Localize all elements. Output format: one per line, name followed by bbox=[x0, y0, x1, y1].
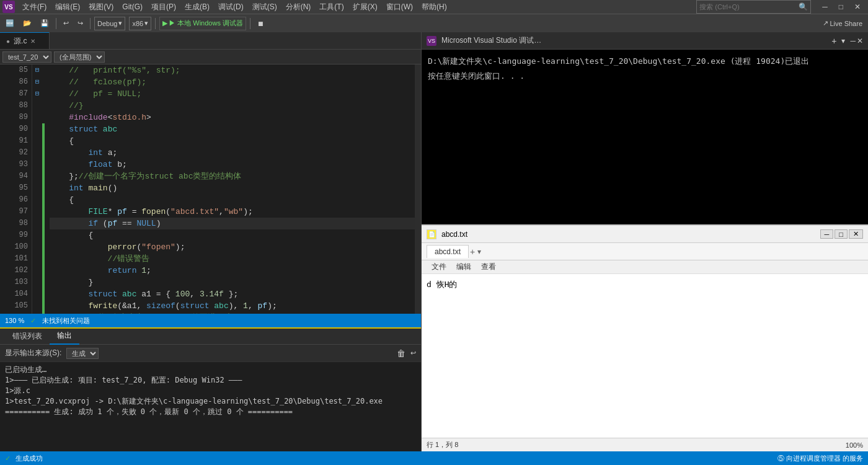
output-content: 已启动生成… 1>——— 已启动生成: 项目: test_7_20, 配置: D… bbox=[0, 362, 421, 451]
debug-title-bar: VS Microsoft Visual Studio 调试… + ▾ ─ ✕ bbox=[422, 32, 868, 50]
menu-item-git[interactable]: Git(G) bbox=[118, 1, 146, 12]
menu-item-debug[interactable]: 调试(D) bbox=[215, 1, 247, 14]
tab-dirty-icon: ● bbox=[6, 38, 10, 45]
editor-tab-bar: ● 源.c ✕ bbox=[0, 32, 421, 50]
notepad-tab-add-btn[interactable]: + bbox=[470, 247, 475, 257]
notepad-tab-chevron[interactable]: ▾ bbox=[477, 247, 481, 256]
tab-output[interactable]: 输出 bbox=[50, 328, 79, 345]
output-tab-bar: 错误列表 输出 bbox=[0, 329, 421, 345]
notepad-maximize-btn[interactable]: □ bbox=[835, 229, 848, 239]
notepad-status-bar: 行 1，列 8 100% bbox=[422, 438, 868, 451]
code-editor[interactable]: 8586878889 9091929394 9596979899 1001011… bbox=[0, 64, 421, 314]
toolbar-save[interactable]: 💾 bbox=[37, 17, 52, 30]
tab-filename: 源.c bbox=[14, 36, 27, 46]
output-toolbar: 显示输出来源(S): 生成 🗑 ↩ bbox=[0, 345, 421, 362]
output-source-label: 显示输出来源(S): bbox=[5, 348, 61, 358]
toolbar-redo[interactable]: ↪ bbox=[74, 17, 86, 30]
output-line-5: ========== 生成: 成功 1 个，失败 0 个，最新 0 个，跳过 0… bbox=[5, 407, 416, 417]
output-clear-btn[interactable]: 🗑 bbox=[397, 348, 405, 358]
notepad-tab-file[interactable]: abcd.txt bbox=[427, 245, 469, 258]
menu-item-view[interactable]: 视图(V) bbox=[85, 1, 117, 14]
output-line-2: 1>——— 已启动生成: 项目: test_7_20, 配置: Debug Wi… bbox=[5, 375, 416, 386]
debug-tab-add[interactable]: + bbox=[831, 36, 836, 46]
debug-window-controls: ─ ✕ bbox=[850, 37, 863, 45]
run-button[interactable]: ▶ ▶ 本地 Windows 调试器 bbox=[159, 17, 246, 30]
build-success-icon: ✓ bbox=[5, 454, 11, 463]
debug-minimize-btn[interactable]: ─ bbox=[850, 37, 856, 45]
status-check-icon: ✓ bbox=[30, 317, 36, 325]
chevron-down-icon: ▾ bbox=[118, 19, 122, 27]
window-minimize[interactable]: ─ bbox=[817, 2, 833, 11]
menu-item-edit[interactable]: 编辑(E) bbox=[51, 1, 84, 14]
notepad-window-controls: ─ □ ✕ bbox=[820, 229, 863, 239]
chevron-down-icon-2: ▾ bbox=[144, 19, 148, 27]
output-wrap-btn[interactable]: ↩ bbox=[410, 349, 416, 357]
toolbar-sep-1 bbox=[56, 18, 56, 29]
menu-item-build[interactable]: 生成(B) bbox=[181, 1, 213, 14]
output-line-1: 已启动生成… bbox=[5, 365, 416, 375]
scope-selector-right[interactable]: (全局范围) bbox=[54, 51, 105, 63]
selector-bar: test_7_20 (全局范围) bbox=[0, 50, 421, 64]
toolbar-undo[interactable]: ↩ bbox=[60, 17, 72, 30]
window-close[interactable]: ✕ bbox=[849, 2, 866, 11]
editor-tab-source[interactable]: ● 源.c ✕ bbox=[0, 32, 50, 49]
notepad-menu-edit[interactable]: 编辑 bbox=[451, 260, 476, 273]
platform-dropdown[interactable]: x86 ▾ bbox=[129, 17, 151, 30]
menu-item-test[interactable]: 测试(S) bbox=[249, 1, 281, 14]
notepad-content[interactable]: d 恢H的 bbox=[422, 274, 868, 438]
menu-item-analyze[interactable]: 分析(N) bbox=[282, 1, 315, 14]
config-dropdown[interactable]: Debug ▾ bbox=[94, 17, 125, 30]
notepad-title-bar: 📄 abcd.txt ─ □ ✕ bbox=[422, 226, 868, 243]
menu-item-tools[interactable]: 工具(T) bbox=[316, 1, 347, 14]
notepad-close-btn[interactable]: ✕ bbox=[849, 229, 863, 239]
toolbar-new[interactable]: 🆕 bbox=[2, 17, 17, 30]
notepad-menu: 文件 编辑 查看 bbox=[422, 260, 868, 274]
zoom-level: 130 % bbox=[5, 317, 24, 324]
toolbar-open[interactable]: 📂 bbox=[20, 17, 35, 30]
code-lines[interactable]: // printf("%s", str); // fclose(pf); // … bbox=[45, 64, 415, 314]
output-source-select[interactable]: 生成 bbox=[66, 348, 99, 359]
scope-selector-left[interactable]: test_7_20 bbox=[2, 51, 51, 63]
toolbar-sep-2 bbox=[90, 18, 91, 29]
build-success-text: 生成成功 bbox=[16, 454, 43, 463]
menu-item-help[interactable]: 帮助(H) bbox=[418, 1, 451, 14]
toolbar-stop[interactable]: ⏹ bbox=[254, 17, 267, 30]
toolbar: 🆕 📂 💾 ↩ ↪ Debug ▾ x86 ▾ ▶ ▶ 本地 Windows 调… bbox=[0, 14, 868, 32]
debug-close-btn[interactable]: ✕ bbox=[857, 37, 863, 45]
notepad-minimize-btn[interactable]: ─ bbox=[820, 229, 834, 239]
tab-errors[interactable]: 错误列表 bbox=[5, 329, 50, 344]
toolbar-sep-4 bbox=[250, 18, 250, 29]
process-info: ⑤ 向进程调度管理器 的服务 bbox=[777, 454, 863, 463]
code-collapse-indicators: ⊟ ⊟⊟ bbox=[32, 64, 42, 314]
app-logo: VS bbox=[2, 1, 15, 13]
notepad-title: abcd.txt bbox=[441, 230, 815, 239]
editor-status-bar: 130 % ✓ 未找到相关问题 bbox=[0, 314, 421, 327]
notepad-text: d 恢H的 bbox=[427, 280, 457, 289]
output-line-4: 1>test_7_20.vcxproj -> D:\新建文件夹\c-langua… bbox=[5, 396, 416, 407]
code-scrollbar[interactable] bbox=[415, 64, 421, 314]
debug-msg-line: 按任意键关闭此窗口. . . bbox=[428, 71, 862, 82]
debug-path-line: D:\新建文件夹\c-language-learning\test_7_20\D… bbox=[428, 56, 862, 67]
debug-icon: VS bbox=[427, 36, 436, 46]
menu-item-project[interactable]: 项目(P) bbox=[148, 1, 180, 14]
debug-console: VS Microsoft Visual Studio 调试… + ▾ ─ ✕ D… bbox=[422, 32, 868, 224]
notepad-menu-view[interactable]: 查看 bbox=[476, 260, 501, 273]
output-panel: 错误列表 输出 显示输出来源(S): 生成 🗑 ↩ 已启动生成… 1>——— 已… bbox=[0, 327, 421, 451]
menu-item-window[interactable]: 窗口(W) bbox=[383, 1, 417, 14]
debug-title-text: Microsoft Visual Studio 调试… bbox=[441, 35, 826, 46]
menu-bar: VS 文件(F) 编辑(E) 视图(V) Git(G) 项目(P) 生成(B) … bbox=[0, 0, 868, 14]
search-box[interactable]: 🔍 bbox=[696, 0, 811, 14]
toolbar-sep-3 bbox=[155, 18, 156, 29]
tab-close-btn[interactable]: ✕ bbox=[30, 38, 35, 45]
search-input[interactable] bbox=[697, 3, 796, 11]
notepad-cursor-pos: 行 1，列 8 bbox=[427, 440, 458, 450]
window-maximize[interactable]: □ bbox=[834, 2, 848, 11]
debug-tab-chevron[interactable]: ▾ bbox=[841, 37, 845, 45]
notepad-window: 📄 abcd.txt ─ □ ✕ abcd.txt + ▾ 文件 编辑 查看 bbox=[422, 224, 868, 451]
status-check-text: 未找到相关问题 bbox=[42, 316, 90, 326]
notepad-menu-file[interactable]: 文件 bbox=[427, 260, 451, 273]
menu-item-extensions[interactable]: 扩展(X) bbox=[349, 1, 381, 14]
menu-item-file[interactable]: 文件(F) bbox=[19, 1, 50, 14]
play-icon: ▶ bbox=[162, 19, 167, 27]
live-share-button[interactable]: ↗ Live Share bbox=[820, 17, 866, 30]
